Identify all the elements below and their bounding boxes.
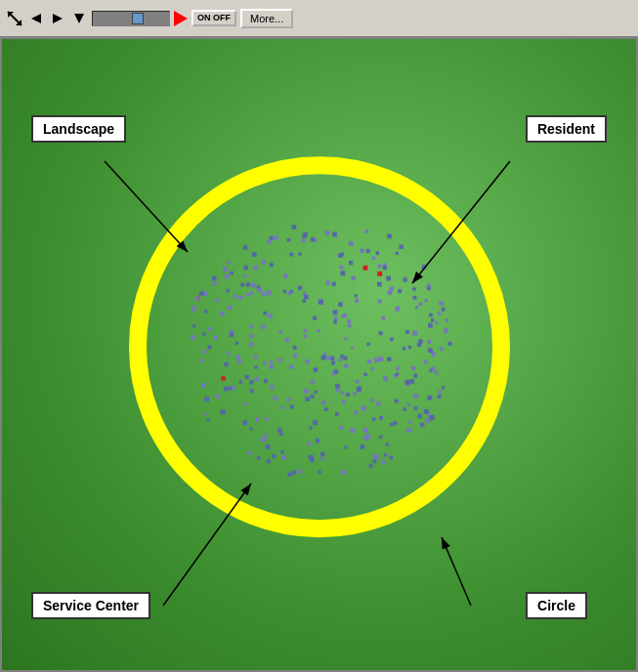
speed-slider-container: [92, 11, 170, 26]
play-button[interactable]: [174, 11, 188, 26]
circle-label: Circle: [526, 592, 587, 619]
speed-slider[interactable]: [92, 11, 170, 26]
svg-marker-4: [53, 14, 63, 23]
diagonal-arrows-icon[interactable]: [6, 10, 23, 27]
down-arrow-icon[interactable]: [70, 10, 88, 27]
landscape-label-text: Landscape: [43, 121, 114, 137]
more-label: More...: [250, 13, 283, 24]
toolbar: ON OFF More...: [0, 0, 638, 37]
circle-label-text: Circle: [537, 598, 575, 613]
svg-marker-3: [31, 14, 41, 23]
onoff-label: ON OFF: [197, 14, 231, 22]
service-center-label: Service Center: [31, 592, 150, 619]
right-arrow-icon[interactable]: [49, 10, 66, 27]
more-button[interactable]: More...: [240, 9, 293, 28]
service-center-label-text: Service Center: [43, 598, 139, 613]
slider-thumb[interactable]: [132, 13, 144, 24]
landscape-label: Landscape: [31, 115, 126, 143]
dots-canvas: [144, 172, 495, 524]
resident-label: Resident: [526, 115, 607, 143]
visualization-area: Landscape Resident Service Center Circle: [0, 37, 638, 672]
resident-label-text: Resident: [537, 121, 595, 137]
onoff-button[interactable]: ON OFF: [191, 10, 236, 26]
svg-marker-5: [74, 14, 84, 23]
svg-line-9: [442, 537, 471, 606]
left-arrow-icon[interactable]: [27, 10, 45, 27]
